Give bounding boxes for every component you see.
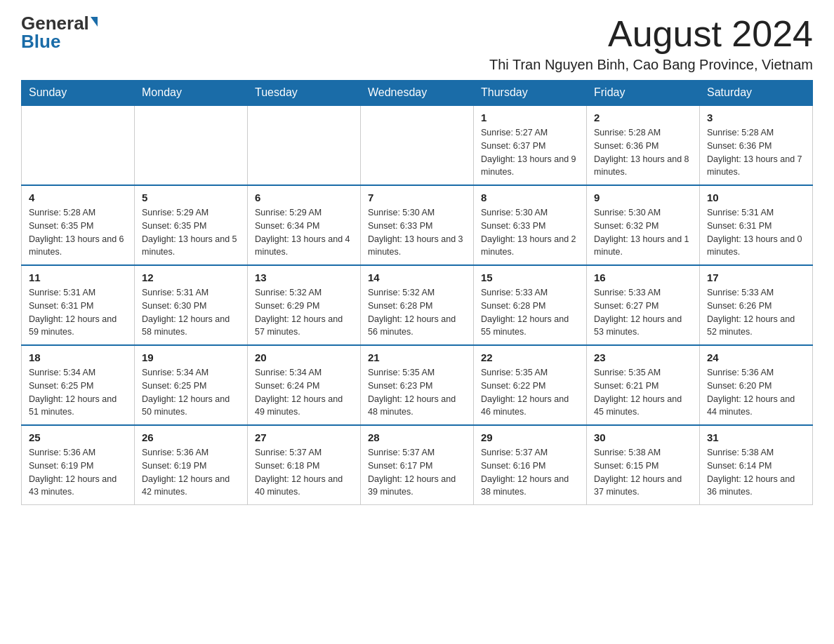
day-info: Sunrise: 5:36 AMSunset: 6:19 PMDaylight:… <box>29 446 127 499</box>
day-number: 25 <box>29 431 127 443</box>
day-info: Sunrise: 5:29 AMSunset: 6:34 PMDaylight:… <box>255 206 353 259</box>
day-number: 5 <box>142 192 240 203</box>
day-info: Sunrise: 5:28 AMSunset: 6:35 PMDaylight:… <box>29 206 127 259</box>
day-number: 14 <box>368 271 466 283</box>
day-number: 18 <box>29 351 127 363</box>
day-number: 22 <box>481 351 579 363</box>
calendar-cell: 20Sunrise: 5:34 AMSunset: 6:24 PMDayligh… <box>248 345 361 425</box>
day-number: 28 <box>368 431 466 443</box>
week-row-1: 1Sunrise: 5:27 AMSunset: 6:37 PMDaylight… <box>22 105 813 185</box>
day-info: Sunrise: 5:35 AMSunset: 6:22 PMDaylight:… <box>481 366 579 419</box>
calendar-cell: 13Sunrise: 5:32 AMSunset: 6:29 PMDayligh… <box>248 265 361 345</box>
day-info: Sunrise: 5:31 AMSunset: 6:30 PMDaylight:… <box>142 286 240 339</box>
calendar-cell: 30Sunrise: 5:38 AMSunset: 6:15 PMDayligh… <box>587 425 700 505</box>
calendar-cell: 1Sunrise: 5:27 AMSunset: 6:37 PMDaylight… <box>474 105 587 185</box>
calendar-cell: 29Sunrise: 5:37 AMSunset: 6:16 PMDayligh… <box>474 425 587 505</box>
column-header-saturday: Saturday <box>700 81 813 106</box>
day-info: Sunrise: 5:28 AMSunset: 6:36 PMDaylight:… <box>594 126 692 179</box>
month-title: August 2024 <box>489 14 813 54</box>
week-row-3: 11Sunrise: 5:31 AMSunset: 6:31 PMDayligh… <box>22 265 813 345</box>
calendar-cell: 22Sunrise: 5:35 AMSunset: 6:22 PMDayligh… <box>474 345 587 425</box>
day-number: 3 <box>707 112 805 123</box>
calendar-cell: 12Sunrise: 5:31 AMSunset: 6:30 PMDayligh… <box>135 265 248 345</box>
day-info: Sunrise: 5:37 AMSunset: 6:18 PMDaylight:… <box>255 446 353 499</box>
calendar-cell: 16Sunrise: 5:33 AMSunset: 6:27 PMDayligh… <box>587 265 700 345</box>
day-number: 16 <box>594 271 692 283</box>
calendar-cell: 23Sunrise: 5:35 AMSunset: 6:21 PMDayligh… <box>587 345 700 425</box>
calendar-cell: 7Sunrise: 5:30 AMSunset: 6:33 PMDaylight… <box>361 185 474 265</box>
day-info: Sunrise: 5:33 AMSunset: 6:27 PMDaylight:… <box>594 286 692 339</box>
day-info: Sunrise: 5:35 AMSunset: 6:21 PMDaylight:… <box>594 366 692 419</box>
day-number: 9 <box>594 192 692 203</box>
calendar-cell: 2Sunrise: 5:28 AMSunset: 6:36 PMDaylight… <box>587 105 700 185</box>
day-info: Sunrise: 5:36 AMSunset: 6:20 PMDaylight:… <box>707 366 805 419</box>
calendar-cell: 24Sunrise: 5:36 AMSunset: 6:20 PMDayligh… <box>700 345 813 425</box>
calendar-cell <box>22 105 135 185</box>
column-header-monday: Monday <box>135 81 248 106</box>
calendar-cell: 8Sunrise: 5:30 AMSunset: 6:33 PMDaylight… <box>474 185 587 265</box>
calendar-cell: 6Sunrise: 5:29 AMSunset: 6:34 PMDaylight… <box>248 185 361 265</box>
column-header-sunday: Sunday <box>22 81 135 106</box>
day-number: 17 <box>707 271 805 283</box>
day-info: Sunrise: 5:32 AMSunset: 6:29 PMDaylight:… <box>255 286 353 339</box>
calendar-cell: 4Sunrise: 5:28 AMSunset: 6:35 PMDaylight… <box>22 185 135 265</box>
calendar-cell: 28Sunrise: 5:37 AMSunset: 6:17 PMDayligh… <box>361 425 474 505</box>
calendar-cell: 19Sunrise: 5:34 AMSunset: 6:25 PMDayligh… <box>135 345 248 425</box>
location-title: Thi Tran Nguyen Binh, Cao Bang Province,… <box>489 57 813 73</box>
calendar-cell <box>361 105 474 185</box>
day-number: 20 <box>255 351 353 363</box>
day-number: 27 <box>255 431 353 443</box>
calendar-cell: 26Sunrise: 5:36 AMSunset: 6:19 PMDayligh… <box>135 425 248 505</box>
day-number: 31 <box>707 431 805 443</box>
week-row-5: 25Sunrise: 5:36 AMSunset: 6:19 PMDayligh… <box>22 425 813 505</box>
day-info: Sunrise: 5:34 AMSunset: 6:25 PMDaylight:… <box>142 366 240 419</box>
header-row: SundayMondayTuesdayWednesdayThursdayFrid… <box>22 81 813 106</box>
day-info: Sunrise: 5:28 AMSunset: 6:36 PMDaylight:… <box>707 126 805 179</box>
calendar-cell <box>248 105 361 185</box>
day-number: 26 <box>142 431 240 443</box>
day-number: 30 <box>594 431 692 443</box>
day-info: Sunrise: 5:35 AMSunset: 6:23 PMDaylight:… <box>368 366 466 419</box>
day-info: Sunrise: 5:36 AMSunset: 6:19 PMDaylight:… <box>142 446 240 499</box>
day-number: 10 <box>707 192 805 203</box>
day-info: Sunrise: 5:33 AMSunset: 6:28 PMDaylight:… <box>481 286 579 339</box>
day-info: Sunrise: 5:34 AMSunset: 6:25 PMDaylight:… <box>29 366 127 419</box>
day-number: 13 <box>255 271 353 283</box>
day-number: 19 <box>142 351 240 363</box>
logo: General Blue <box>21 14 98 51</box>
day-info: Sunrise: 5:29 AMSunset: 6:35 PMDaylight:… <box>142 206 240 259</box>
page-header: General Blue August 2024 Thi Tran Nguyen… <box>21 14 813 73</box>
calendar-cell: 27Sunrise: 5:37 AMSunset: 6:18 PMDayligh… <box>248 425 361 505</box>
day-number: 8 <box>481 192 579 203</box>
column-header-friday: Friday <box>587 81 700 106</box>
title-section: August 2024 Thi Tran Nguyen Binh, Cao Ba… <box>489 14 813 73</box>
calendar-cell: 17Sunrise: 5:33 AMSunset: 6:26 PMDayligh… <box>700 265 813 345</box>
day-info: Sunrise: 5:32 AMSunset: 6:28 PMDaylight:… <box>368 286 466 339</box>
day-number: 4 <box>29 192 127 203</box>
week-row-2: 4Sunrise: 5:28 AMSunset: 6:35 PMDaylight… <box>22 185 813 265</box>
logo-general: General <box>21 14 89 32</box>
day-number: 6 <box>255 192 353 203</box>
calendar-cell: 25Sunrise: 5:36 AMSunset: 6:19 PMDayligh… <box>22 425 135 505</box>
calendar-cell: 14Sunrise: 5:32 AMSunset: 6:28 PMDayligh… <box>361 265 474 345</box>
day-number: 21 <box>368 351 466 363</box>
column-header-wednesday: Wednesday <box>361 81 474 106</box>
day-number: 11 <box>29 271 127 283</box>
day-number: 7 <box>368 192 466 203</box>
calendar-cell: 11Sunrise: 5:31 AMSunset: 6:31 PMDayligh… <box>22 265 135 345</box>
day-number: 24 <box>707 351 805 363</box>
calendar-cell: 9Sunrise: 5:30 AMSunset: 6:32 PMDaylight… <box>587 185 700 265</box>
day-number: 29 <box>481 431 579 443</box>
day-info: Sunrise: 5:38 AMSunset: 6:15 PMDaylight:… <box>594 446 692 499</box>
logo-blue: Blue <box>21 31 60 52</box>
logo-arrow-icon <box>91 17 98 27</box>
day-info: Sunrise: 5:33 AMSunset: 6:26 PMDaylight:… <box>707 286 805 339</box>
week-row-4: 18Sunrise: 5:34 AMSunset: 6:25 PMDayligh… <box>22 345 813 425</box>
day-info: Sunrise: 5:37 AMSunset: 6:16 PMDaylight:… <box>481 446 579 499</box>
day-info: Sunrise: 5:37 AMSunset: 6:17 PMDaylight:… <box>368 446 466 499</box>
calendar-cell: 10Sunrise: 5:31 AMSunset: 6:31 PMDayligh… <box>700 185 813 265</box>
day-number: 23 <box>594 351 692 363</box>
calendar-cell: 31Sunrise: 5:38 AMSunset: 6:14 PMDayligh… <box>700 425 813 505</box>
day-info: Sunrise: 5:38 AMSunset: 6:14 PMDaylight:… <box>707 446 805 499</box>
day-info: Sunrise: 5:30 AMSunset: 6:32 PMDaylight:… <box>594 206 692 259</box>
